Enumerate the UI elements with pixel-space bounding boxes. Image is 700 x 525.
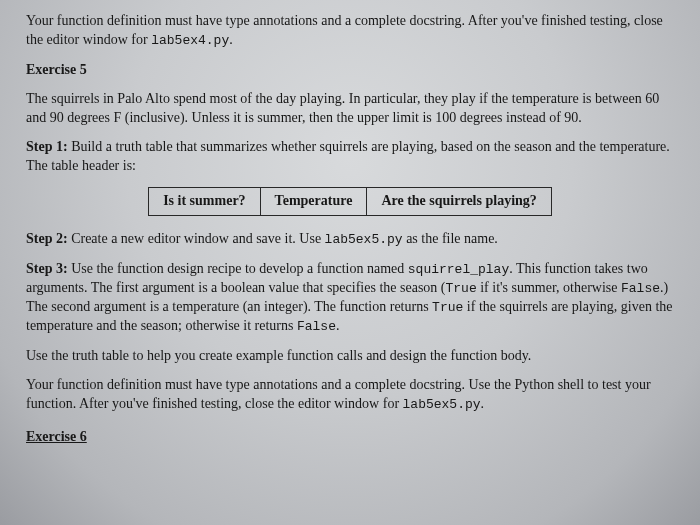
step-3-text-c: if it's summer, otherwise bbox=[477, 280, 621, 295]
intro-text: Your function definition must have type … bbox=[26, 13, 663, 47]
intro-tail: . bbox=[229, 32, 233, 47]
step-1-label: Step 1: bbox=[26, 139, 68, 154]
closing-b: . bbox=[481, 396, 485, 411]
exercise-5-heading: Exercise 5 bbox=[26, 61, 674, 80]
step-3: Step 3: Use the function design recipe t… bbox=[26, 260, 674, 336]
step-2-text-a: Create a new editor window and save it. … bbox=[68, 231, 325, 246]
step-1-text: Build a truth table that summarizes whet… bbox=[26, 139, 670, 173]
step-2-text-b: as the file name. bbox=[403, 231, 498, 246]
exercise-6-heading: Exercise 6 bbox=[26, 428, 674, 447]
problem-statement: The squirrels in Palo Alto spend most of… bbox=[26, 90, 674, 128]
step-2-label: Step 2: bbox=[26, 231, 68, 246]
step-2-file: lab5ex5.py bbox=[325, 232, 403, 247]
col-temperature: Temperature bbox=[260, 188, 367, 216]
step-3-true2: True bbox=[432, 300, 463, 315]
table-row: Is it summer? Temperature Are the squirr… bbox=[149, 188, 552, 216]
page: Your function definition must have type … bbox=[26, 12, 674, 447]
closing-paragraph: Your function definition must have type … bbox=[26, 376, 674, 414]
intro-file: lab5ex4.py bbox=[151, 33, 229, 48]
closing-a: Your function definition must have type … bbox=[26, 377, 651, 411]
closing-file: lab5ex5.py bbox=[403, 397, 481, 412]
step-3-text-f: . bbox=[336, 318, 340, 333]
col-is-summer: Is it summer? bbox=[149, 188, 260, 216]
step-3-label: Step 3: bbox=[26, 261, 68, 276]
col-playing: Are the squirrels playing? bbox=[367, 188, 551, 216]
step-3-false2: False bbox=[297, 319, 336, 334]
step-3-true: True bbox=[446, 281, 477, 296]
step-3-false1: False bbox=[621, 281, 660, 296]
truth-table-header: Is it summer? Temperature Are the squirr… bbox=[148, 187, 552, 216]
step-1: Step 1: Build a truth table that summari… bbox=[26, 138, 674, 176]
intro-paragraph: Your function definition must have type … bbox=[26, 12, 674, 50]
use-truth-table: Use the truth table to help you create e… bbox=[26, 347, 674, 366]
step-3-fn: squirrel_play bbox=[408, 262, 509, 277]
step-2: Step 2: Create a new editor window and s… bbox=[26, 230, 674, 249]
step-3-text-a: Use the function design recipe to develo… bbox=[68, 261, 408, 276]
